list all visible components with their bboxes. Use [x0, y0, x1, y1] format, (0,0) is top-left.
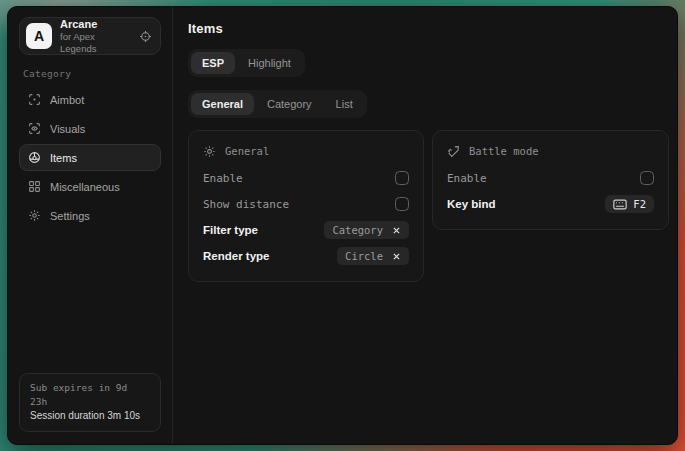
visuals-eye-icon: [28, 122, 41, 135]
setting-label: Filter type: [203, 224, 258, 236]
tab-general[interactable]: General: [191, 93, 254, 115]
render-type-value: Circle: [345, 250, 383, 262]
sidebar-item-aimbot[interactable]: Aimbot: [19, 86, 161, 113]
sidebar-item-label: Items: [50, 152, 77, 164]
setting-row-render-type: Render type Circle: [203, 243, 409, 269]
setting-row-key-bind: Key bind F2: [447, 191, 654, 217]
app-window: A Arcane for Apex Legends Category: [7, 6, 678, 445]
setting-label: Enable: [203, 172, 243, 185]
sidebar-item-label: Aimbot: [50, 94, 84, 106]
sub-tabs: General Category List: [188, 90, 367, 118]
sidebar-item-label: Visuals: [50, 123, 85, 135]
filter-type-select[interactable]: Category: [324, 221, 409, 239]
items-orb-icon: [28, 151, 41, 164]
sidebar-item-label: Miscellaneous: [50, 181, 120, 193]
sidebar-item-items[interactable]: Items: [19, 144, 161, 171]
setting-label: Key bind: [447, 198, 496, 210]
sidebar: A Arcane for Apex Legends Category: [8, 7, 173, 444]
setting-row-show-distance: Show distance: [203, 191, 409, 217]
aimbot-crosshair-icon: [28, 93, 41, 106]
sidebar-item-miscellaneous[interactable]: Miscellaneous: [19, 173, 161, 200]
panel-title: Battle mode: [469, 145, 539, 157]
brand-text: Arcane for Apex Legends: [60, 18, 131, 55]
setting-label: Show distance: [203, 198, 289, 211]
battle-enable-checkbox[interactable]: [640, 171, 654, 185]
sidebar-item-settings[interactable]: Settings: [19, 202, 161, 229]
show-distance-checkbox[interactable]: [395, 197, 409, 211]
general-panel: General Enable Show distance Filter type…: [188, 130, 424, 282]
subscription-info-card: Sub expires in 9d 23h Session duration 3…: [19, 373, 161, 432]
sidebar-nav: Aimbot Visuals: [19, 86, 161, 229]
tab-esp[interactable]: ESP: [191, 52, 235, 74]
setting-row-filter-type: Filter type Category: [203, 217, 409, 243]
setting-row-enable: Enable: [203, 165, 409, 191]
brand-card: A Arcane for Apex Legends: [19, 17, 161, 55]
sun-icon: [203, 145, 216, 158]
general-panel-header: General: [203, 141, 409, 161]
tab-category[interactable]: Category: [256, 93, 323, 115]
settings-panels: General Enable Show distance Filter type…: [188, 130, 669, 282]
sidebar-item-visuals[interactable]: Visuals: [19, 115, 161, 142]
battle-mode-panel-header: Battle mode: [447, 141, 654, 161]
crosshair-icon[interactable]: [139, 30, 152, 43]
category-section-label: Category: [23, 68, 161, 79]
tab-highlight[interactable]: Highlight: [237, 52, 302, 74]
enable-checkbox[interactable]: [395, 171, 409, 185]
brand-subtitle: for Apex Legends: [60, 31, 131, 55]
session-duration-text: Session duration 3m 10s: [30, 409, 150, 423]
misc-grid-icon: [28, 180, 41, 193]
filter-type-value: Category: [332, 224, 383, 236]
sidebar-spacer: [19, 229, 161, 373]
setting-label: Enable: [447, 172, 487, 185]
sword-icon: [447, 145, 460, 158]
setting-row-enable: Enable: [447, 165, 654, 191]
battle-mode-panel: Battle mode Enable Key bind: [432, 130, 669, 230]
app-logo: A: [26, 23, 52, 49]
setting-label: Render type: [203, 250, 269, 262]
desktop-background: A Arcane for Apex Legends Category: [0, 0, 685, 451]
close-icon[interactable]: [392, 252, 401, 261]
key-bind-value: F2: [633, 198, 646, 210]
brand-name: Arcane: [60, 18, 131, 31]
settings-gear-icon: [28, 209, 41, 222]
sidebar-item-label: Settings: [50, 210, 90, 222]
close-icon[interactable]: [392, 226, 401, 235]
keyboard-icon: [613, 199, 627, 210]
render-type-select[interactable]: Circle: [337, 247, 409, 265]
main-content: Items ESP Highlight General Category Lis…: [173, 7, 678, 444]
panel-title: General: [225, 145, 269, 157]
mode-tabs: ESP Highlight: [188, 49, 305, 77]
tab-list[interactable]: List: [325, 93, 364, 115]
sub-expires-text: Sub expires in 9d 23h: [30, 381, 150, 409]
key-bind-button[interactable]: F2: [605, 195, 654, 213]
page-title: Items: [188, 21, 669, 36]
